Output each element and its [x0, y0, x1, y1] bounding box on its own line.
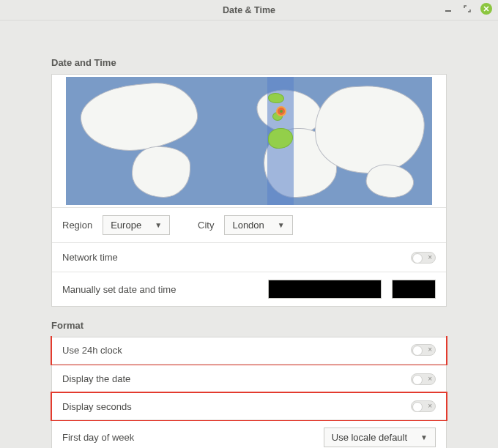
network-time-toggle[interactable]: ×	[411, 252, 436, 264]
display-seconds-toggle[interactable]: ×	[411, 400, 436, 412]
window-controls	[442, 3, 492, 15]
time-input[interactable]	[392, 280, 436, 299]
display-date-toggle[interactable]: ×	[411, 373, 436, 385]
location-marker-icon	[276, 106, 286, 116]
timezone-map-wrap	[52, 75, 446, 207]
region-dropdown-value: Europe	[111, 220, 141, 231]
manual-set-label: Manually set date and time	[62, 284, 232, 295]
x-icon: ×	[428, 402, 432, 410]
row-use-24h: Use 24h clock ×	[51, 336, 447, 365]
window-title: Date & Time	[223, 5, 275, 15]
maximize-button[interactable]	[461, 3, 473, 15]
chevron-down-icon: ▼	[420, 433, 428, 441]
network-time-label: Network time	[62, 252, 411, 263]
x-icon: ×	[428, 253, 432, 261]
row-display-seconds: Display seconds ×	[51, 392, 447, 421]
x-icon: ×	[428, 375, 432, 383]
city-dropdown[interactable]: London ▼	[224, 215, 292, 235]
section-heading-datetime: Date and Time	[51, 57, 447, 68]
first-day-dropdown-value: Use locale default	[332, 432, 407, 443]
chevron-down-icon: ▼	[278, 221, 285, 229]
use-24h-label: Use 24h clock	[62, 345, 411, 356]
x-icon: ×	[428, 346, 432, 354]
minimize-button[interactable]	[442, 3, 454, 15]
row-first-day: First day of week Use locale default ▼	[52, 419, 446, 448]
svg-rect-0	[445, 10, 451, 12]
display-seconds-label: Display seconds	[62, 401, 411, 412]
first-day-label: First day of week	[62, 432, 324, 443]
section-heading-format: Format	[51, 320, 447, 331]
panel-datetime: Region Europe ▼ City London ▼ Network ti…	[51, 74, 447, 307]
first-day-dropdown[interactable]: Use locale default ▼	[324, 428, 436, 447]
date-input[interactable]	[268, 280, 382, 299]
city-label: City	[198, 220, 214, 231]
window-titlebar: Date & Time	[0, 0, 498, 20]
region-dropdown[interactable]: Europe ▼	[103, 215, 170, 235]
city-dropdown-value: London	[232, 220, 264, 231]
region-label: Region	[62, 220, 92, 231]
panel-format: Use 24h clock × Display the date × Displ…	[51, 337, 447, 448]
display-date-label: Display the date	[62, 373, 411, 384]
row-network-time: Network time ×	[52, 242, 446, 272]
close-button[interactable]	[480, 3, 492, 15]
row-region-city: Region Europe ▼ City London ▼	[52, 207, 446, 242]
chevron-down-icon: ▼	[155, 221, 162, 229]
row-manual-datetime: Manually set date and time	[52, 272, 446, 306]
use-24h-toggle[interactable]: ×	[411, 344, 436, 356]
timezone-map[interactable]	[66, 77, 432, 205]
row-display-date: Display the date ×	[52, 364, 446, 393]
